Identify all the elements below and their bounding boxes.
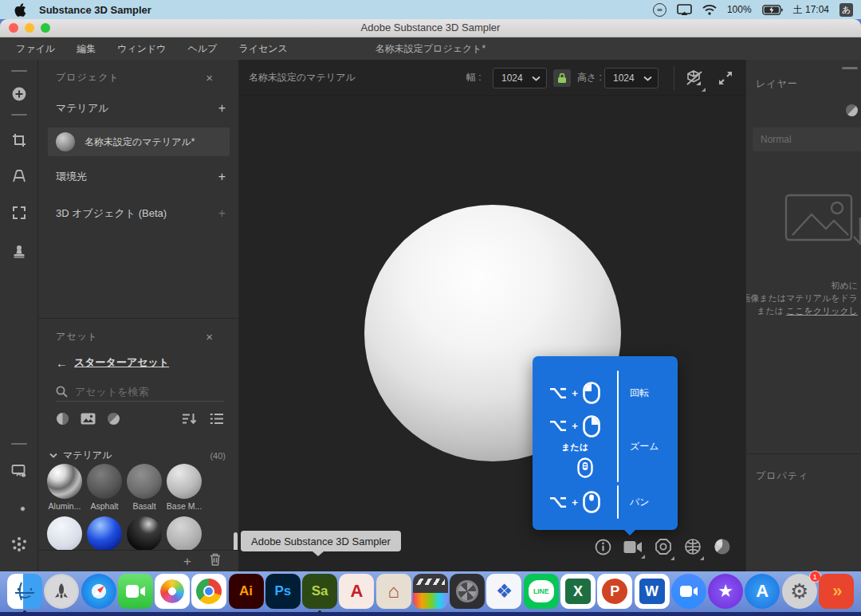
lock-icon xyxy=(557,73,567,84)
asset-search-field[interactable] xyxy=(56,383,224,402)
viewport-material-name: 名称未設定のマテリアル xyxy=(249,71,356,84)
filter-materials-icon[interactable] xyxy=(56,412,69,429)
dock-chrome-icon[interactable] xyxy=(191,574,226,609)
dock-photoshop-icon[interactable]: Ps xyxy=(265,574,301,609)
dock-word-icon[interactable]: W xyxy=(635,574,670,609)
menu-help[interactable]: ヘルプ xyxy=(188,42,218,56)
layer-environment-icon[interactable] xyxy=(845,104,859,120)
materials-section-header[interactable]: マテリアル (40) xyxy=(49,449,226,462)
dock-photos-icon[interactable] xyxy=(155,574,190,609)
back-arrow-icon[interactable]: ← xyxy=(56,356,68,370)
chevron-down-icon xyxy=(532,76,541,81)
asset-thumbnail[interactable] xyxy=(86,516,123,551)
filter-environments-icon[interactable] xyxy=(107,412,120,429)
filter-images-icon[interactable] xyxy=(81,413,96,428)
dock-app-store-icon[interactable]: A xyxy=(745,574,780,609)
dock-autocad-icon[interactable]: A xyxy=(339,574,374,609)
add-environment-button[interactable]: + xyxy=(218,171,226,183)
dock-facetime-icon[interactable] xyxy=(118,574,153,609)
share-nodes-button[interactable] xyxy=(0,536,38,552)
search-input[interactable] xyxy=(75,386,202,398)
dock-powerpoint-icon[interactable]: P xyxy=(597,574,632,609)
view-mode-toggle-button[interactable] xyxy=(686,69,703,90)
dock-excel-icon[interactable]: X xyxy=(560,574,596,609)
menubar-clock[interactable]: 土 17:04 xyxy=(793,3,829,17)
dock-bottom-strip xyxy=(0,612,861,616)
material-section-label[interactable]: マテリアル xyxy=(56,101,109,116)
screen-mirroring-icon[interactable] xyxy=(677,4,692,16)
dock-aperture-disk-app-icon[interactable] xyxy=(450,574,485,609)
delete-asset-button[interactable] xyxy=(210,553,221,569)
add-layer-button[interactable] xyxy=(0,86,38,102)
option-key-icon xyxy=(549,496,567,508)
asset-thumbnail[interactable]: Basalt xyxy=(126,463,163,511)
dock-safari-icon[interactable] xyxy=(81,574,116,609)
mouse-middle-button-icon xyxy=(583,491,600,513)
input-method-badge[interactable]: あ xyxy=(839,3,853,17)
dock-imovie-icon[interactable]: ★ xyxy=(708,574,743,609)
close-project-panel-button[interactable]: × xyxy=(206,72,213,84)
blend-mode-dropdown[interactable]: Normal xyxy=(753,128,861,151)
menu-license[interactable]: ライセンス xyxy=(238,42,287,56)
option-key-icon xyxy=(549,387,567,399)
screen: Substance 3D Sampler ∞ 100% xyxy=(0,0,861,616)
crop-tool-button[interactable] xyxy=(0,133,38,147)
aspect-lock-button[interactable] xyxy=(553,69,571,87)
dock-system-settings-icon[interactable]: ⚙ 1 xyxy=(782,574,817,609)
height-dropdown[interactable]: 1024 xyxy=(604,68,659,88)
starter-assets-link[interactable]: スターターアセット xyxy=(74,355,169,370)
dock-zoom-icon[interactable] xyxy=(671,574,706,609)
object3d-section-label[interactable]: 3D オブジェクト (Beta) xyxy=(56,206,167,221)
menu-window[interactable]: ウィンドウ xyxy=(117,42,166,56)
width-dropdown[interactable]: 1024 xyxy=(493,68,547,88)
viewport-3d[interactable]: 名称未設定のマテリアル 幅 : 1024 高さ : 1024 xyxy=(239,60,745,571)
stamp-tool-button[interactable] xyxy=(0,245,38,259)
list-view-button[interactable] xyxy=(210,413,224,428)
assets-panel-title: アセット xyxy=(56,330,98,343)
asset-thumbnail[interactable] xyxy=(126,516,163,551)
sort-order-button[interactable] xyxy=(182,413,197,428)
asset-thumbnail[interactable] xyxy=(46,516,83,551)
apple-menu-icon[interactable] xyxy=(14,3,26,17)
asset-thumbnail[interactable] xyxy=(166,516,202,551)
add-material-button[interactable]: + xyxy=(218,102,226,115)
dock-final-cut-pro-icon[interactable] xyxy=(413,574,448,609)
asset-thumbnail[interactable]: Asphalt xyxy=(86,463,123,511)
add-asset-button[interactable]: + xyxy=(183,555,191,568)
window-title: Adobe Substance 3D Sampler xyxy=(0,22,861,33)
material-list-item-selected[interactable]: 名称未設定のマテリアル* xyxy=(48,128,230,156)
dock-line-icon[interactable]: LINE xyxy=(524,574,559,609)
close-assets-panel-button[interactable]: × xyxy=(206,331,213,343)
environment-sphere-button[interactable] xyxy=(714,538,731,559)
perspective-tool-button[interactable] xyxy=(0,169,38,183)
panel-handle[interactable] xyxy=(11,70,27,72)
click-here-link[interactable]: ここをクリックし xyxy=(786,306,858,316)
creative-cloud-icon[interactable]: ∞ xyxy=(653,3,666,17)
add-object3d-button[interactable]: + xyxy=(218,207,226,220)
lighting-button[interactable] xyxy=(655,538,672,559)
menu-edit[interactable]: 編集 xyxy=(77,42,96,56)
dock-launchpad-icon[interactable] xyxy=(44,574,79,609)
asset-thumbnail[interactable]: Base M... xyxy=(166,463,202,511)
dock-red-arrows-app-icon[interactable]: » xyxy=(819,574,854,609)
camera-button[interactable] xyxy=(623,540,643,557)
marquee-select-button[interactable] xyxy=(0,206,38,219)
gesture-rotate-label: 回転 xyxy=(630,386,649,400)
wireframe-globe-button[interactable] xyxy=(684,538,702,559)
dock-illustrator-icon[interactable]: Ai xyxy=(229,574,264,609)
menu-file[interactable]: ファイル xyxy=(16,42,55,56)
display-settings-button[interactable] xyxy=(0,464,38,478)
dock-sweet-home-3d-icon[interactable]: ⌂ xyxy=(376,574,411,609)
panel-handle[interactable] xyxy=(842,67,858,69)
menubar-app-name[interactable]: Substance 3D Sampler xyxy=(39,4,151,16)
dock-3d-modeling-app-icon[interactable]: ❖ xyxy=(486,574,521,609)
environment-settings-button[interactable] xyxy=(0,497,38,513)
expand-viewport-button[interactable] xyxy=(718,70,733,89)
info-button[interactable] xyxy=(595,539,611,559)
asset-thumbnail[interactable]: Alumin... xyxy=(46,463,83,511)
dock-finder-icon[interactable] xyxy=(7,574,42,609)
toolbar-divider xyxy=(11,443,27,445)
environment-section-label[interactable]: 環境光 xyxy=(56,170,87,184)
wifi-icon[interactable] xyxy=(702,5,717,15)
dock-substance-sampler-icon[interactable]: Sa xyxy=(302,574,337,609)
